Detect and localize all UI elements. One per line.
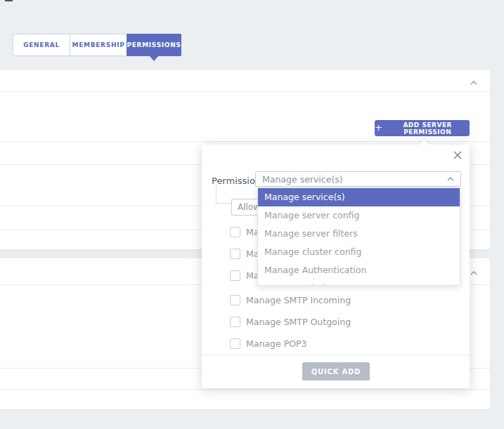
tab-bar: GENERAL MEMBERSHIP PERMISSIONS: [13, 34, 181, 56]
row-divider: [0, 389, 490, 390]
permission-select[interactable]: Manage service(s): [255, 171, 461, 187]
add-server-permission-label: ADD SERVER PERMISSION: [385, 121, 470, 136]
permission-checkbox-row: Manage POP3: [230, 338, 307, 349]
permissions-page: GENERAL MEMBERSHIP PERMISSIONS + ADD SER…: [0, 0, 504, 429]
quick-add-button[interactable]: QUICK ADD: [302, 362, 370, 381]
plus-icon: +: [375, 123, 382, 132]
permission-checkbox-row: Ma: [230, 270, 259, 281]
option-manage-cluster-config[interactable]: Manage cluster config: [258, 243, 460, 261]
checkbox-unchecked[interactable]: [230, 338, 240, 349]
permission-checkbox-row: Manage SMTP Outgoing: [230, 317, 351, 327]
option-manage-services[interactable]: Manage service(s): [258, 188, 460, 206]
popover-footer-divider: [202, 355, 470, 355]
add-permission-popover: Permission: Manage service(s) Allow Ma M…: [202, 145, 470, 388]
checkbox-unchecked[interactable]: [230, 249, 240, 259]
panel-collapse-button[interactable]: [468, 77, 479, 86]
tab-membership[interactable]: MEMBERSHIP: [70, 34, 127, 56]
checkbox-unchecked[interactable]: [230, 295, 240, 305]
permission-checkbox-row: Manage SMTP Incoming: [230, 295, 351, 305]
permission-option-list: Manage service(s) Manage server config M…: [257, 187, 460, 286]
checkbox-unchecked[interactable]: [230, 317, 240, 327]
close-icon: [453, 151, 462, 161]
permission-checkbox-row: Ma: [230, 249, 259, 259]
permission-select-value: Manage service(s): [262, 174, 343, 185]
option-manage-authentication[interactable]: Manage Authentication: [258, 261, 460, 279]
checkbox-label: Manage SMTP Incoming: [246, 295, 351, 305]
checkbox-label: Manage SMTP Outgoing: [246, 317, 351, 327]
option-manage-server-filters[interactable]: Manage server filters: [258, 225, 460, 243]
child-indent-connector: [216, 185, 231, 204]
checkbox-unchecked[interactable]: [230, 227, 240, 237]
tab-permissions[interactable]: PERMISSIONS: [127, 34, 181, 56]
chevron-up-icon: [470, 267, 477, 277]
row-divider: [0, 91, 490, 92]
permission-checkbox-row: Ma: [230, 227, 259, 237]
chevron-up-icon: [470, 77, 477, 87]
panel-collapse-button[interactable]: [468, 267, 479, 277]
close-button[interactable]: [452, 150, 463, 161]
chevron-up-icon: [447, 177, 454, 181]
checkbox-label: Manage POP3: [246, 338, 307, 349]
row-divider: [0, 141, 490, 142]
tab-general[interactable]: GENERAL: [13, 34, 70, 56]
add-server-permission-button[interactable]: + ADD SERVER PERMISSION: [375, 120, 470, 136]
checkbox-unchecked[interactable]: [230, 270, 240, 281]
option-manage-server-config[interactable]: Manage server config: [258, 206, 460, 225]
option-manage-admin-acl[interactable]: Manage Admin ACL: [258, 279, 460, 286]
top-edge-artifact: [5, 0, 13, 1]
